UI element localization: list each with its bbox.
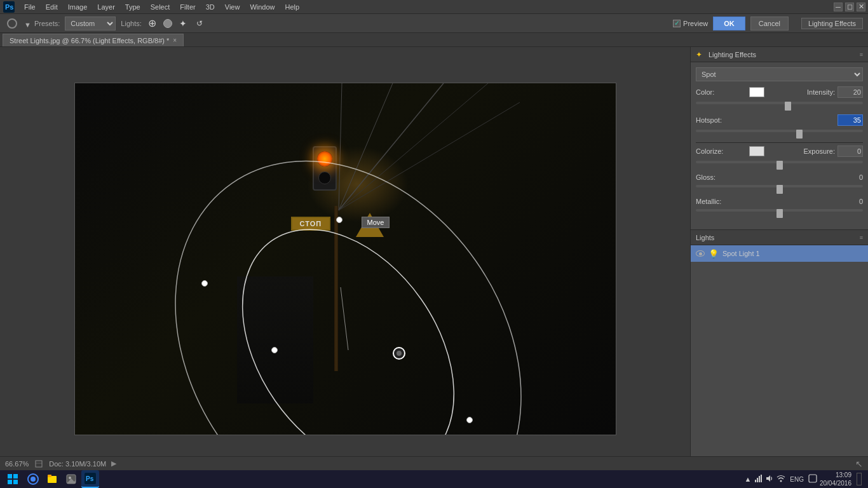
light-bulb-icon: 💡 <box>709 249 719 259</box>
minimize-button[interactable]: ─ <box>834 3 843 11</box>
exposure-slider[interactable] <box>696 161 863 170</box>
svg-rect-25 <box>755 480 756 482</box>
intensity-slider-thumb[interactable] <box>785 102 791 111</box>
canvas-area[interactable]: СТОП <box>0 47 690 470</box>
light-visibility-toggle[interactable] <box>696 250 705 257</box>
traffic-light-active <box>317 151 332 166</box>
control-point-bottom[interactable] <box>271 347 278 353</box>
lighting-effects-label[interactable]: Lighting Effects <box>801 18 863 29</box>
move-tooltip: Move <box>362 217 390 228</box>
right-panel: ✦ Lighting Effects ≡ Spot Infinite Point… <box>690 47 868 470</box>
metallic-label: Metallic: <box>696 198 747 205</box>
tab-close-button[interactable]: × <box>173 37 177 44</box>
taskbar-photoshop[interactable]: Ps <box>81 470 99 488</box>
hotspot-slider[interactable] <box>696 130 863 139</box>
restore-button[interactable]: ◻ <box>845 3 854 11</box>
control-point-center[interactable] <box>393 347 405 360</box>
metallic-slider-thumb[interactable] <box>776 209 783 218</box>
close-button[interactable]: ✕ <box>857 3 865 11</box>
control-point-top[interactable] <box>336 217 342 223</box>
app-logo: Ps <box>3 1 15 13</box>
presets-dropdown[interactable]: Custom <box>65 17 116 30</box>
svg-rect-12 <box>8 474 12 478</box>
options-bar: ▼ Presets: Custom Lights: ⊕ ✦ ↺ ✓ Previe… <box>0 14 868 33</box>
menu-help[interactable]: Help <box>280 2 305 12</box>
background-object <box>237 276 313 403</box>
reset-icon[interactable]: ↺ <box>194 18 205 29</box>
intensity-label: Intensity: <box>807 88 835 96</box>
gloss-slider[interactable] <box>696 185 863 194</box>
menu-layer[interactable]: Layer <box>92 2 120 12</box>
light-type-dropdown[interactable]: Spot Infinite Point <box>696 67 863 81</box>
menu-3d[interactable]: 3D <box>201 2 220 12</box>
ok-button[interactable]: OK <box>713 17 745 30</box>
menu-filter[interactable]: Filter <box>175 2 200 12</box>
light-item-1[interactable]: 💡 Spot Light 1 <box>691 245 868 262</box>
add-light-icon[interactable]: ⊕ <box>147 18 158 29</box>
taskbar-clock[interactable]: 13:09 20/04/2016 <box>820 471 851 487</box>
menu-view[interactable]: View <box>220 2 245 12</box>
metallic-slider[interactable] <box>696 209 863 218</box>
lights-expand[interactable]: ≡ <box>860 234 863 241</box>
tray-arrow[interactable]: ▲ <box>744 475 751 483</box>
document-tab[interactable]: Street Lights.jpg @ 66.7% (Light Effects… <box>3 34 184 46</box>
start-button[interactable] <box>3 470 23 488</box>
language-indicator[interactable]: ENG <box>790 476 804 483</box>
colorize-exposure-row: Colorize: Exposure: <box>696 146 863 157</box>
tray-wifi[interactable] <box>776 474 785 484</box>
status-arrow-right[interactable]: ▶ <box>111 459 116 468</box>
preview-checkbox[interactable]: ✓ <box>673 20 681 27</box>
control-point-left[interactable] <box>201 280 208 287</box>
tray-network[interactable] <box>754 474 763 484</box>
preview-checkbox-label[interactable]: ✓ Preview <box>673 20 708 27</box>
hotspot-slider-thumb[interactable] <box>796 130 803 139</box>
doc-size: Doc: 3.10M/3.10M <box>49 460 106 468</box>
intensity-slider-track <box>696 102 863 104</box>
svg-point-17 <box>31 477 36 482</box>
status-pointer-icon[interactable]: ↖ <box>855 459 863 469</box>
svg-marker-29 <box>766 475 770 482</box>
traffic-light-inactive <box>318 172 331 184</box>
traffic-light-box <box>313 146 337 191</box>
svg-rect-15 <box>13 480 18 484</box>
svg-text:Ps: Ps <box>86 475 94 482</box>
notification-icon[interactable] <box>808 474 817 484</box>
show-desktop-button[interactable] <box>857 473 862 485</box>
taskbar-chrome[interactable] <box>24 470 42 488</box>
light-eye-inner <box>699 252 702 255</box>
tray-volume[interactable] <box>765 474 774 484</box>
menu-edit[interactable]: Edit <box>41 2 63 12</box>
light-type-infinite[interactable]: ✦ <box>177 18 189 29</box>
lights-title: Lights <box>696 234 714 241</box>
properties-title: Lighting Effects <box>709 51 756 58</box>
taskbar-files[interactable] <box>43 470 61 488</box>
tool-arrow[interactable]: ▼ <box>24 21 29 26</box>
svg-rect-19 <box>48 475 51 477</box>
intensity-slider[interactable] <box>696 102 863 111</box>
hotspot-input[interactable] <box>837 114 863 126</box>
intensity-input[interactable] <box>837 86 863 98</box>
light-type-spot[interactable] <box>163 19 172 28</box>
exposure-input[interactable] <box>837 146 863 157</box>
menu-window[interactable]: Window <box>245 2 280 12</box>
cancel-button[interactable]: Cancel <box>750 17 789 30</box>
properties-expand[interactable]: ≡ <box>860 51 863 58</box>
canvas-wrapper: СТОП <box>74 83 616 435</box>
gloss-slider-thumb[interactable] <box>776 185 783 194</box>
menu-image[interactable]: Image <box>63 2 93 12</box>
control-point-bottom-right[interactable] <box>466 417 473 423</box>
taskbar-photos[interactable] <box>62 470 80 488</box>
colorize-swatch[interactable] <box>749 146 764 156</box>
exposure-label: Exposure: <box>803 147 835 155</box>
zoom-icon[interactable] <box>34 459 44 469</box>
menu-select[interactable]: Select <box>146 2 175 12</box>
color-swatch[interactable] <box>749 87 764 97</box>
exposure-slider-track <box>696 161 863 163</box>
gloss-slider-track <box>696 185 863 187</box>
menu-file[interactable]: File <box>19 2 41 12</box>
menu-type[interactable]: Type <box>120 2 146 12</box>
hotspot-slider-track <box>696 130 863 132</box>
canvas[interactable]: СТОП <box>74 83 616 435</box>
properties-panel-header: ✦ Lighting Effects ≡ <box>691 47 868 62</box>
exposure-slider-thumb[interactable] <box>776 161 783 170</box>
